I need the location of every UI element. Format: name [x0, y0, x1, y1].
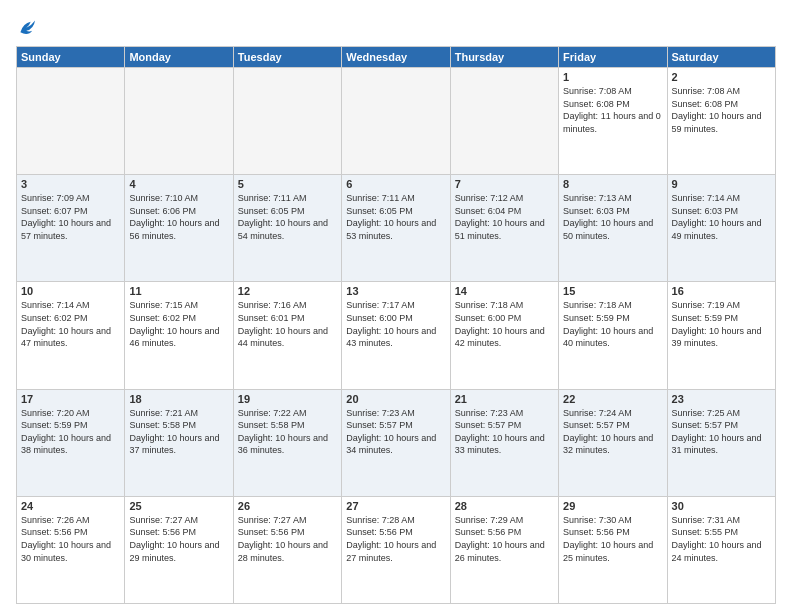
calendar-cell: 6 Sunrise: 7:11 AMSunset: 6:05 PMDayligh… — [342, 175, 450, 282]
day-number: 8 — [563, 178, 662, 190]
page: SundayMondayTuesdayWednesdayThursdayFrid… — [0, 0, 792, 612]
day-number: 18 — [129, 393, 228, 405]
day-info: Sunrise: 7:09 AMSunset: 6:07 PMDaylight:… — [21, 192, 120, 242]
day-info: Sunrise: 7:15 AMSunset: 6:02 PMDaylight:… — [129, 299, 228, 349]
day-info: Sunrise: 7:29 AMSunset: 5:56 PMDaylight:… — [455, 514, 554, 564]
calendar-cell: 2 Sunrise: 7:08 AMSunset: 6:08 PMDayligh… — [667, 68, 775, 175]
day-number: 27 — [346, 500, 445, 512]
day-info: Sunrise: 7:08 AMSunset: 6:08 PMDaylight:… — [563, 85, 662, 135]
logo-bird-icon — [16, 16, 38, 38]
day-info: Sunrise: 7:14 AMSunset: 6:02 PMDaylight:… — [21, 299, 120, 349]
calendar-cell: 18 Sunrise: 7:21 AMSunset: 5:58 PMDaylig… — [125, 389, 233, 496]
day-info: Sunrise: 7:26 AMSunset: 5:56 PMDaylight:… — [21, 514, 120, 564]
calendar-header-wednesday: Wednesday — [342, 47, 450, 68]
day-info: Sunrise: 7:18 AMSunset: 6:00 PMDaylight:… — [455, 299, 554, 349]
logo — [16, 16, 42, 38]
calendar-cell: 8 Sunrise: 7:13 AMSunset: 6:03 PMDayligh… — [559, 175, 667, 282]
calendar-cell: 11 Sunrise: 7:15 AMSunset: 6:02 PMDaylig… — [125, 282, 233, 389]
day-info: Sunrise: 7:30 AMSunset: 5:56 PMDaylight:… — [563, 514, 662, 564]
day-number: 23 — [672, 393, 771, 405]
day-info: Sunrise: 7:24 AMSunset: 5:57 PMDaylight:… — [563, 407, 662, 457]
calendar-cell: 27 Sunrise: 7:28 AMSunset: 5:56 PMDaylig… — [342, 496, 450, 603]
day-info: Sunrise: 7:23 AMSunset: 5:57 PMDaylight:… — [455, 407, 554, 457]
calendar-header-row: SundayMondayTuesdayWednesdayThursdayFrid… — [17, 47, 776, 68]
day-number: 3 — [21, 178, 120, 190]
day-number: 24 — [21, 500, 120, 512]
day-info: Sunrise: 7:19 AMSunset: 5:59 PMDaylight:… — [672, 299, 771, 349]
calendar-header-monday: Monday — [125, 47, 233, 68]
day-number: 11 — [129, 285, 228, 297]
day-info: Sunrise: 7:27 AMSunset: 5:56 PMDaylight:… — [238, 514, 337, 564]
calendar-cell: 4 Sunrise: 7:10 AMSunset: 6:06 PMDayligh… — [125, 175, 233, 282]
calendar-cell: 5 Sunrise: 7:11 AMSunset: 6:05 PMDayligh… — [233, 175, 341, 282]
calendar-cell: 7 Sunrise: 7:12 AMSunset: 6:04 PMDayligh… — [450, 175, 558, 282]
day-number: 12 — [238, 285, 337, 297]
day-info: Sunrise: 7:13 AMSunset: 6:03 PMDaylight:… — [563, 192, 662, 242]
day-number: 20 — [346, 393, 445, 405]
calendar-cell: 21 Sunrise: 7:23 AMSunset: 5:57 PMDaylig… — [450, 389, 558, 496]
day-info: Sunrise: 7:10 AMSunset: 6:06 PMDaylight:… — [129, 192, 228, 242]
day-number: 4 — [129, 178, 228, 190]
day-number: 21 — [455, 393, 554, 405]
day-number: 1 — [563, 71, 662, 83]
calendar-cell — [342, 68, 450, 175]
calendar-week-4: 17 Sunrise: 7:20 AMSunset: 5:59 PMDaylig… — [17, 389, 776, 496]
calendar-cell — [17, 68, 125, 175]
calendar-header-friday: Friday — [559, 47, 667, 68]
calendar-cell: 29 Sunrise: 7:30 AMSunset: 5:56 PMDaylig… — [559, 496, 667, 603]
day-info: Sunrise: 7:31 AMSunset: 5:55 PMDaylight:… — [672, 514, 771, 564]
calendar-cell: 28 Sunrise: 7:29 AMSunset: 5:56 PMDaylig… — [450, 496, 558, 603]
day-info: Sunrise: 7:18 AMSunset: 5:59 PMDaylight:… — [563, 299, 662, 349]
calendar-week-1: 1 Sunrise: 7:08 AMSunset: 6:08 PMDayligh… — [17, 68, 776, 175]
day-number: 13 — [346, 285, 445, 297]
calendar-week-5: 24 Sunrise: 7:26 AMSunset: 5:56 PMDaylig… — [17, 496, 776, 603]
calendar-cell: 25 Sunrise: 7:27 AMSunset: 5:56 PMDaylig… — [125, 496, 233, 603]
day-info: Sunrise: 7:27 AMSunset: 5:56 PMDaylight:… — [129, 514, 228, 564]
calendar-header-saturday: Saturday — [667, 47, 775, 68]
day-number: 6 — [346, 178, 445, 190]
day-info: Sunrise: 7:28 AMSunset: 5:56 PMDaylight:… — [346, 514, 445, 564]
calendar-cell: 30 Sunrise: 7:31 AMSunset: 5:55 PMDaylig… — [667, 496, 775, 603]
day-info: Sunrise: 7:17 AMSunset: 6:00 PMDaylight:… — [346, 299, 445, 349]
header — [16, 12, 776, 38]
day-number: 10 — [21, 285, 120, 297]
calendar-cell: 19 Sunrise: 7:22 AMSunset: 5:58 PMDaylig… — [233, 389, 341, 496]
calendar-header-sunday: Sunday — [17, 47, 125, 68]
day-info: Sunrise: 7:08 AMSunset: 6:08 PMDaylight:… — [672, 85, 771, 135]
day-number: 16 — [672, 285, 771, 297]
day-info: Sunrise: 7:11 AMSunset: 6:05 PMDaylight:… — [346, 192, 445, 242]
calendar-header-tuesday: Tuesday — [233, 47, 341, 68]
day-number: 19 — [238, 393, 337, 405]
day-number: 29 — [563, 500, 662, 512]
calendar-cell: 13 Sunrise: 7:17 AMSunset: 6:00 PMDaylig… — [342, 282, 450, 389]
calendar-cell: 12 Sunrise: 7:16 AMSunset: 6:01 PMDaylig… — [233, 282, 341, 389]
day-number: 9 — [672, 178, 771, 190]
day-number: 30 — [672, 500, 771, 512]
day-info: Sunrise: 7:20 AMSunset: 5:59 PMDaylight:… — [21, 407, 120, 457]
day-number: 22 — [563, 393, 662, 405]
calendar-cell: 20 Sunrise: 7:23 AMSunset: 5:57 PMDaylig… — [342, 389, 450, 496]
day-info: Sunrise: 7:12 AMSunset: 6:04 PMDaylight:… — [455, 192, 554, 242]
day-info: Sunrise: 7:22 AMSunset: 5:58 PMDaylight:… — [238, 407, 337, 457]
day-number: 14 — [455, 285, 554, 297]
day-info: Sunrise: 7:14 AMSunset: 6:03 PMDaylight:… — [672, 192, 771, 242]
calendar-cell: 9 Sunrise: 7:14 AMSunset: 6:03 PMDayligh… — [667, 175, 775, 282]
day-number: 25 — [129, 500, 228, 512]
day-info: Sunrise: 7:23 AMSunset: 5:57 PMDaylight:… — [346, 407, 445, 457]
calendar-table: SundayMondayTuesdayWednesdayThursdayFrid… — [16, 46, 776, 604]
calendar-cell — [125, 68, 233, 175]
day-number: 15 — [563, 285, 662, 297]
calendar-cell: 23 Sunrise: 7:25 AMSunset: 5:57 PMDaylig… — [667, 389, 775, 496]
day-number: 28 — [455, 500, 554, 512]
day-info: Sunrise: 7:21 AMSunset: 5:58 PMDaylight:… — [129, 407, 228, 457]
calendar-cell: 24 Sunrise: 7:26 AMSunset: 5:56 PMDaylig… — [17, 496, 125, 603]
calendar-cell: 17 Sunrise: 7:20 AMSunset: 5:59 PMDaylig… — [17, 389, 125, 496]
day-info: Sunrise: 7:16 AMSunset: 6:01 PMDaylight:… — [238, 299, 337, 349]
calendar-cell: 15 Sunrise: 7:18 AMSunset: 5:59 PMDaylig… — [559, 282, 667, 389]
calendar-cell: 3 Sunrise: 7:09 AMSunset: 6:07 PMDayligh… — [17, 175, 125, 282]
calendar-cell: 10 Sunrise: 7:14 AMSunset: 6:02 PMDaylig… — [17, 282, 125, 389]
calendar-cell: 1 Sunrise: 7:08 AMSunset: 6:08 PMDayligh… — [559, 68, 667, 175]
calendar-cell: 22 Sunrise: 7:24 AMSunset: 5:57 PMDaylig… — [559, 389, 667, 496]
calendar-cell — [233, 68, 341, 175]
day-number: 2 — [672, 71, 771, 83]
